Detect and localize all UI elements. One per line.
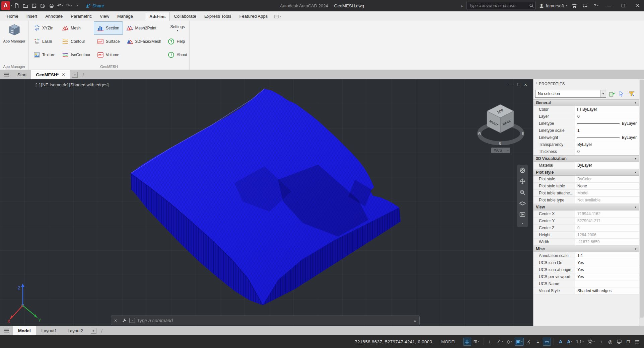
palette-scrollbar[interactable] (639, 79, 644, 326)
wcs-label[interactable]: WCS (494, 149, 502, 152)
settings-button[interactable]: Settings ▾ (164, 21, 190, 35)
ribbon-display-button[interactable]: ▾ (272, 12, 284, 21)
annotation-autoscale-button[interactable]: A▾ (566, 338, 574, 346)
quick-access-menu-button[interactable]: ▾ (74, 1, 82, 10)
tab-view[interactable]: View (96, 12, 113, 21)
graphics-performance-button[interactable] (615, 338, 623, 346)
layout-tab-layout1[interactable]: Layout1 (36, 326, 62, 335)
help-ribbon-button[interactable]: ? Help (164, 35, 190, 48)
save-as-button[interactable] (39, 1, 47, 10)
section-header-view[interactable]: View ▾ (533, 204, 639, 210)
compass-south-label[interactable]: S (499, 142, 501, 146)
section-header-general[interactable]: General ▾ (533, 99, 639, 106)
visual-style-control[interactable]: [Shaded with edges] (69, 82, 109, 87)
ucs-icon[interactable]: Z X Y (6, 282, 43, 324)
mesh-button[interactable]: Mesh (59, 21, 94, 35)
property-value[interactable]: ByLayer (575, 162, 639, 169)
texture-button[interactable]: Texture (30, 48, 59, 62)
property-value[interactable]: 1:1 (575, 252, 639, 259)
mesh2point-button[interactable]: Mesh2Point (123, 21, 164, 35)
open-file-button[interactable] (21, 1, 29, 10)
grid-toggle-button[interactable] (463, 338, 471, 346)
compass-west-label[interactable]: W (478, 132, 481, 136)
recent-commands-button[interactable]: ▴ (411, 319, 419, 322)
workspace-switching-button[interactable]: ▾ (586, 338, 596, 346)
navbar-more-button[interactable]: ▾ (522, 222, 523, 225)
drawing-minimize-button[interactable]: — (509, 82, 513, 87)
property-value[interactable]: ByLayer (575, 134, 639, 141)
search-expand-icon[interactable]: ▸ (461, 4, 463, 8)
tab-express-tools[interactable]: Express Tools (200, 12, 235, 21)
pickadd-toggle-button[interactable] (608, 90, 616, 98)
isocontour-button[interactable]: IsoContour (59, 48, 94, 62)
file-tab-start[interactable]: Start (13, 70, 31, 79)
property-value[interactable] (575, 280, 639, 287)
plot-button[interactable] (48, 1, 56, 10)
property-value[interactable]: Yes (575, 259, 639, 266)
snap-toggle-button[interactable]: ⊞▾ (472, 338, 481, 346)
tab-parametric[interactable]: Parametric (67, 12, 96, 21)
annotation-scale-button[interactable]: 1:1▾ (575, 338, 585, 346)
pan-button[interactable] (519, 178, 526, 185)
clean-screen-button[interactable]: ⊡ (624, 338, 632, 346)
new-file-button[interactable] (13, 1, 21, 10)
polar-tracking-button[interactable]: ∠▾ (496, 338, 505, 346)
search-icon[interactable] (529, 3, 534, 8)
isodraft-button[interactable]: ◇▾ (505, 338, 514, 346)
section-button[interactable]: Section (94, 21, 123, 35)
contour-button[interactable]: Contour (59, 35, 94, 48)
minimize-button[interactable]: — (603, 0, 615, 11)
view-control[interactable]: [NE Isometric] (41, 82, 69, 87)
drawing-viewport[interactable]: [−] [NE Isometric] [Shaded with edges] —… (0, 79, 533, 326)
share-button[interactable]: Share (86, 3, 104, 8)
drawing-restore-button[interactable] (517, 83, 520, 86)
face2mesh-button[interactable]: 3DFace2Mesh (123, 35, 164, 48)
lasin-button[interactable]: las LasIn (30, 35, 59, 48)
compass-east-label[interactable]: E (522, 132, 524, 136)
tab-output[interactable] (137, 12, 145, 21)
about-button[interactable]: i About (164, 48, 190, 62)
property-value[interactable]: Yes (575, 273, 639, 280)
layout-tabs-menu-button[interactable] (0, 326, 13, 335)
property-value[interactable]: 0 (575, 113, 639, 120)
viewport-menu-control[interactable]: [−] (35, 82, 41, 87)
close-button[interactable]: × (632, 0, 643, 11)
app-manager-button[interactable]: App Manager (2, 23, 27, 43)
property-value[interactable]: Shaded with edges (575, 287, 639, 294)
property-value[interactable]: 0 (575, 148, 639, 155)
save-button[interactable] (30, 1, 38, 10)
property-value[interactable]: ByLayer (575, 120, 639, 127)
zoom-button[interactable] (519, 189, 526, 196)
tab-collaborate[interactable]: Collaborate (170, 12, 200, 21)
user-account-button[interactable]: femursoft ▾ (539, 1, 567, 10)
feedback-button[interactable] (581, 1, 589, 10)
customize-button[interactable] (633, 338, 641, 346)
showmotion-button[interactable] (519, 211, 526, 218)
tab-home[interactable]: Home (3, 12, 22, 21)
property-value[interactable]: ByLayer (575, 106, 639, 113)
command-close-button[interactable]: × (111, 316, 120, 325)
redo-button[interactable]: ↷ ▾ (65, 1, 73, 10)
layout-tab-layout2[interactable]: Layout2 (62, 326, 88, 335)
surface-button[interactable]: m² Surface (94, 35, 123, 48)
annotation-visibility-button[interactable]: A (557, 338, 565, 346)
app-menu-button[interactable]: A ▾ (1, 1, 12, 10)
scrollbar-thumb[interactable] (640, 80, 644, 318)
tab-featured-apps[interactable]: Featured Apps (235, 12, 272, 21)
section-header-plot-style[interactable]: Plot style ▾ (533, 169, 639, 176)
app-store-button[interactable] (570, 1, 578, 10)
dynamic-input-button[interactable]: ▭ (543, 338, 551, 346)
maximize-button[interactable] (618, 0, 629, 11)
selection-dropdown[interactable]: No selection ▾ (535, 90, 606, 98)
ortho-toggle-button[interactable]: ∟ (487, 338, 495, 346)
navigation-wheel-button[interactable] (519, 167, 526, 174)
property-value[interactable]: 1 (575, 127, 639, 134)
property-value[interactable]: ByLayer (575, 141, 639, 148)
file-tabs-menu-button[interactable] (0, 70, 13, 79)
layout-tab-model[interactable]: Model (13, 326, 36, 335)
add-cleanup-button[interactable]: + (597, 338, 605, 346)
select-objects-button[interactable] (618, 90, 626, 98)
quick-select-button[interactable] (627, 90, 635, 98)
tab-manage[interactable]: Manage (113, 12, 137, 21)
palette-grip-icon[interactable] (535, 82, 537, 86)
